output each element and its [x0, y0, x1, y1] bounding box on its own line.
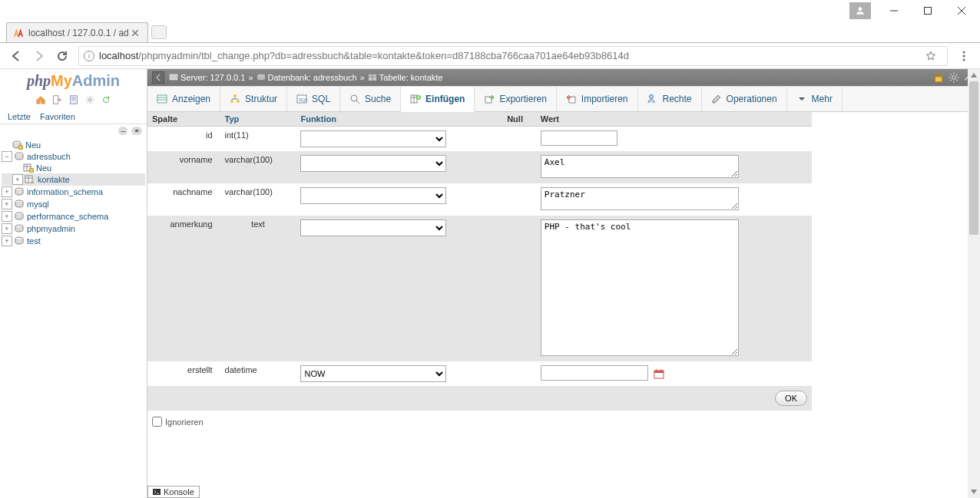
th-funktion[interactable]: Funktion [296, 112, 502, 127]
breadcrumb-server[interactable]: 127.0.0.1 [210, 73, 246, 82]
logout-icon[interactable] [51, 94, 62, 105]
tab-sql[interactable]: SQLSQL [287, 87, 340, 111]
nav-forward-button[interactable] [28, 45, 51, 68]
profile-avatar[interactable] [849, 2, 871, 19]
tab-mehr[interactable]: Mehr [787, 87, 843, 111]
svg-rect-37 [157, 95, 167, 103]
database-icon [257, 74, 266, 81]
calendar-icon[interactable] [654, 368, 664, 379]
browser-address-bar: i localhost/phpmyadmin/tbl_change.php?db… [0, 43, 980, 69]
svg-rect-1 [925, 8, 932, 15]
tree-db-adressbuch[interactable]: − adressbuch [2, 150, 145, 163]
url-input[interactable]: i localhost/phpmyadmin/tbl_change.php?db… [78, 46, 948, 66]
console-toggle[interactable]: Konsole [147, 486, 200, 498]
func-select-nachname[interactable] [300, 187, 446, 204]
tree-db-performance-schema[interactable]: + performance_schema [2, 210, 145, 223]
url-text: localhost/phpmyadmin/tbl_change.php?db=a… [99, 50, 629, 61]
import-icon [566, 94, 577, 104]
breadcrumb-table[interactable]: kontakte [411, 73, 443, 82]
func-select-id[interactable] [300, 130, 446, 147]
scroll-up-icon[interactable] [968, 69, 980, 81]
svg-point-20 [29, 168, 34, 173]
svg-rect-61 [153, 489, 161, 495]
ignore-checkbox[interactable] [152, 417, 162, 427]
pma-favicon-icon [13, 28, 24, 38]
tab-suche[interactable]: Suche [340, 87, 401, 111]
tree-db-test[interactable]: + test [2, 235, 145, 247]
tree-adressbuch-new[interactable]: Neu [2, 163, 145, 173]
more-dropdown-icon [796, 94, 807, 104]
window-titlebar [0, 0, 980, 21]
tree-new-top[interactable]: Neu [2, 140, 145, 150]
value-input-vorname[interactable]: Axel [541, 155, 739, 178]
vertical-scrollbar[interactable] [968, 69, 980, 498]
structure-icon [230, 94, 240, 104]
reload-tree-icon[interactable] [101, 94, 111, 105]
site-info-icon[interactable]: i [84, 51, 94, 61]
privileges-icon [647, 94, 658, 104]
func-select-erstellt[interactable]: NOW [300, 365, 446, 382]
ok-button[interactable]: OK [775, 391, 807, 406]
tab-close-icon[interactable] [129, 27, 141, 39]
func-select-anmerkung[interactable] [300, 219, 446, 236]
sidebar-tab-recent[interactable]: Letzte [3, 110, 35, 124]
window-maximize-button[interactable] [911, 0, 945, 21]
top-nav: Anzeigen Struktur SQLSQL Suche Einfügen … [147, 86, 980, 112]
link-icon[interactable]: ⚭ [131, 127, 142, 135]
scrollbar-thumb[interactable] [969, 81, 978, 235]
tab-anzeigen[interactable]: Anzeigen [147, 87, 220, 111]
func-select-vorname[interactable] [300, 155, 446, 172]
table-icon [368, 74, 377, 81]
tree-db-phpmyadmin[interactable]: + phpmyadmin [2, 223, 145, 235]
window-close-button[interactable] [945, 0, 978, 21]
bookmark-star-icon[interactable] [919, 45, 942, 68]
tree-table-kontakte[interactable]: + kontakte [2, 173, 145, 186]
new-tab-button[interactable] [151, 25, 167, 39]
expand-icon[interactable]: + [2, 211, 12, 222]
collapse-icon[interactable]: − [2, 151, 12, 162]
export-icon [484, 94, 495, 104]
expand-icon[interactable]: + [2, 223, 12, 234]
pma-logo[interactable]: phpMyAdmin [0, 69, 147, 93]
window-minimize-button[interactable] [877, 0, 911, 21]
lock-icon[interactable] [932, 71, 945, 84]
gear-icon[interactable] [948, 71, 960, 84]
svg-rect-41 [230, 101, 233, 103]
tab-exportieren[interactable]: Exportieren [475, 87, 556, 111]
expand-icon[interactable]: + [2, 199, 12, 209]
breadcrumb-database[interactable]: adressbuch [313, 73, 357, 82]
nav-reload-button[interactable] [51, 45, 74, 68]
tab-rechte[interactable]: Rechte [638, 87, 702, 111]
expand-icon[interactable]: + [2, 186, 12, 197]
tab-struktur[interactable]: Struktur [220, 87, 287, 111]
docs-icon[interactable] [68, 94, 79, 105]
row-vorname: vorname varchar(100) Axel [147, 151, 812, 183]
tree-db-information-schema[interactable]: + information_schema [2, 186, 145, 198]
row-anmerkung: anmerkung text PHP - that's cool [147, 216, 812, 361]
value-input-anmerkung[interactable]: PHP - that's cool [541, 219, 739, 356]
expand-icon[interactable]: + [12, 174, 23, 185]
database-icon [14, 212, 25, 221]
browser-menu-icon[interactable] [952, 45, 975, 68]
sidebar-tab-favorites[interactable]: Favoriten [35, 110, 80, 124]
home-icon[interactable] [35, 94, 46, 105]
nav-back-button[interactable] [5, 45, 28, 68]
breadcrumb-back-icon[interactable] [152, 71, 164, 84]
value-input-nachname[interactable]: Pratzner [541, 187, 739, 210]
browser-tab[interactable]: localhost / 127.0.0.1 / ad [6, 22, 148, 42]
th-typ[interactable]: Typ [220, 112, 296, 127]
expand-icon[interactable]: + [2, 236, 12, 246]
value-input-erstellt[interactable] [541, 365, 648, 381]
value-input-id[interactable] [541, 130, 617, 146]
tab-importieren[interactable]: Importieren [557, 87, 638, 111]
tab-einfuegen[interactable]: Einfügen [401, 87, 475, 112]
tree-db-mysql[interactable]: + mysql [2, 198, 145, 210]
svg-point-45 [351, 95, 357, 101]
settings-gear-icon[interactable] [84, 94, 95, 105]
collapse-all-icon[interactable]: – [118, 127, 127, 135]
tab-operationen[interactable]: Operationen [702, 87, 787, 111]
database-icon [14, 236, 25, 246]
browser-tab-bar: localhost / 127.0.0.1 / ad [0, 21, 980, 43]
svg-rect-58 [654, 371, 664, 373]
scroll-down-icon[interactable] [968, 486, 980, 498]
